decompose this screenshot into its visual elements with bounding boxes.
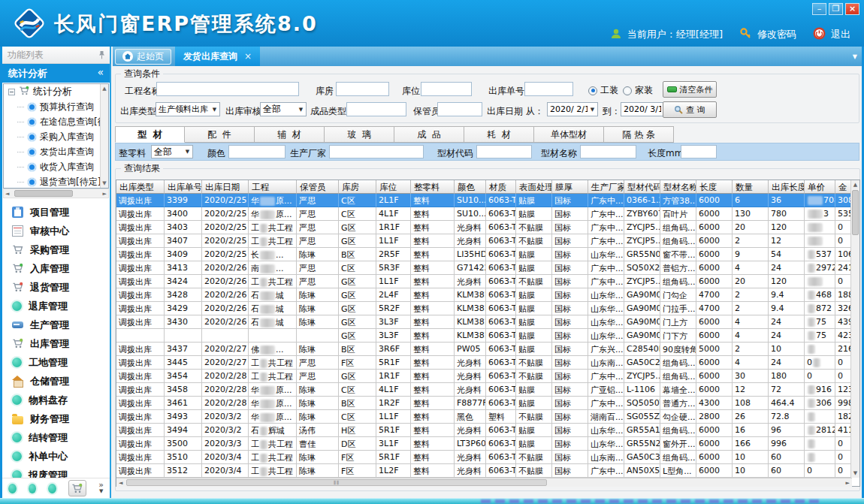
sidebar-item-工地管理[interactable]: 工地管理: [2, 353, 110, 372]
column-header-颜色[interactable]: 颜色: [455, 180, 486, 194]
scroll-right-icon[interactable]: ►: [103, 191, 107, 197]
table-row[interactable]: 调拨出库34032020/2/25工共工程严思G区1R1F整料光身料6063-T…: [116, 221, 859, 234]
sidebar-item-出库管理[interactable]: 出库管理: [2, 334, 110, 353]
close-button[interactable]: ×: [845, 3, 859, 15]
material-tab-4[interactable]: 玻 璃: [325, 126, 394, 143]
radio-home[interactable]: 家装: [623, 84, 653, 97]
sidebar-item-退库管理[interactable]: 退库管理: [2, 297, 110, 315]
date-from-select[interactable]: 2020/ 2/16▼: [547, 102, 598, 116]
table-row[interactable]: 调拨出库33992020/2/25华原...严思C区2L1F整料SU10...6…: [116, 194, 859, 207]
change-password-link[interactable]: 修改密码: [757, 28, 796, 41]
tree-root-node[interactable]: 统计分析: [4, 84, 100, 99]
tree-item[interactable]: 采购入库查询: [4, 129, 100, 144]
column-header-库位[interactable]: 库位: [376, 180, 411, 194]
table-row[interactable]: 调拨出库34092020/2/25长...陈琳B区2R5F整料LI35HD606…: [116, 248, 859, 261]
tab-outbound-query[interactable]: 发货出库查询 ×: [175, 47, 260, 66]
manufacturer-input[interactable]: [329, 145, 424, 158]
material-tab-5[interactable]: 成 品: [394, 126, 464, 143]
tree-item[interactable]: 收货入库查询: [4, 159, 100, 174]
table-row[interactable]: 调拨出库34612020/2/28华原...陈琳B区1R2F整料F8877FT6…: [116, 397, 859, 410]
keeper-input[interactable]: [437, 102, 482, 116]
column-header-工程[interactable]: 工程: [249, 180, 297, 194]
column-header-型材名称[interactable]: 型材名称: [660, 180, 696, 194]
table-row[interactable]: 调拨出库34002020/2/25华原...严思C区4L1F整料SU10...6…: [116, 207, 859, 221]
sidebar-item-审核中心[interactable]: 审核中心: [2, 222, 110, 240]
material-tab-8[interactable]: 隔 热 条: [604, 126, 674, 143]
tree-vertical-scrollbar[interactable]: ▲ ▼: [100, 84, 108, 188]
tab-close-icon[interactable]: ×: [244, 51, 252, 62]
table-row[interactable]: 调拨出库34292020/2/26石城陈琳G区5R2F整料KLM38176063…: [116, 302, 859, 315]
scroll-left-icon[interactable]: ◄: [5, 191, 9, 197]
column-header-出库长度[interactable]: 出库长度: [769, 180, 805, 194]
sidebar-item-财务管理[interactable]: 财务管理: [2, 409, 110, 428]
scroll-down-icon[interactable]: ▼: [851, 470, 859, 476]
column-header-出库类型[interactable]: 出库类型: [116, 180, 165, 194]
tree-horizontal-scrollbar[interactable]: ◄ ►: [3, 189, 109, 198]
column-header-单价[interactable]: 单价: [805, 180, 835, 194]
tree-item[interactable]: 退货查询[待定]: [4, 174, 100, 188]
column-header-生产厂家[interactable]: 生产厂家: [588, 180, 624, 194]
scrollbar-thumb[interactable]: [852, 190, 859, 235]
sidebar-item-入库管理[interactable]: 入库管理: [2, 259, 110, 278]
column-header-金[interactable]: 金: [835, 180, 852, 194]
sidebar-item-物料盘存[interactable]: 物料盘存: [2, 391, 110, 409]
table-row[interactable]: 调拨出库34302020/2/26石城陈琳G区3L3F整料KLM38176063…: [116, 315, 859, 329]
grid-vertical-scrollbar[interactable]: ▲ ▼: [850, 180, 859, 478]
table-row[interactable]: 调拨出库34282020/2/26石城陈琳G区2L4F整料KLM38176063…: [116, 288, 859, 302]
maximize-button[interactable]: ❐: [829, 3, 843, 15]
material-tab-1[interactable]: 型 材: [115, 126, 185, 143]
material-tab-7[interactable]: 单体型材: [534, 126, 604, 143]
outbound-type-select[interactable]: 生产领料出库▼: [156, 102, 220, 116]
quick-dot-icon[interactable]: [29, 484, 37, 493]
material-tab-2[interactable]: 配 件: [185, 126, 255, 143]
search-button[interactable]: 查 询: [663, 101, 717, 118]
table-row[interactable]: 调拨出库34372020/2/27佛...陈琳B区3R6F整料PW056063-…: [116, 343, 859, 356]
table-row[interactable]: 调拨出库34942020/3/2石辉城汤伟H区5R1F整料光身料6063-T5贴…: [116, 424, 859, 437]
pin-icon[interactable]: [98, 50, 105, 62]
sidebar-item-报废管理[interactable]: 报废管理: [2, 466, 110, 478]
table-row[interactable]: 调拨出库34132020/2/26南...严思C区5R3F整料G71422606…: [116, 261, 859, 275]
profile-code-input[interactable]: [476, 145, 532, 158]
table-row[interactable]: 调拨出库34072020/2/25工共工程严思G区1L1F整料光身料6063-T…: [116, 234, 859, 248]
table-row[interactable]: 调拨出库34242020/2/26工共工程严思G区1L1F整料光身料6063-T…: [116, 275, 859, 288]
sidebar-item-采购管理[interactable]: 采购管理: [2, 240, 110, 259]
table-row[interactable]: 调拨出库35122020/3/4工共工程陈琳F区1L2F整料光身料6063-T5…: [116, 464, 859, 478]
grid-horizontal-scrollbar[interactable]: ◄ ⦀⦀ ►: [116, 478, 852, 487]
scroll-up-icon[interactable]: ▲: [851, 182, 859, 188]
audit-select[interactable]: 全部▼: [260, 102, 307, 116]
quick-dot-icon[interactable]: [48, 484, 56, 493]
sidebar-item-补单中心[interactable]: 补单中心: [2, 447, 110, 466]
column-header-膜厚[interactable]: 膜厚: [552, 180, 588, 194]
scroll-up-icon[interactable]: ▲: [101, 86, 108, 92]
overflow-chevron[interactable]: »▼: [98, 481, 104, 495]
warehouse-input[interactable]: [336, 82, 389, 96]
table-row[interactable]: 调拨出库35102020/3/4工共工程陈琳F区5R1F整料光身料6063-T5…: [116, 451, 859, 464]
material-tab-3[interactable]: 辅 材: [255, 126, 325, 143]
column-header-出库单号[interactable]: 出库单号: [165, 180, 202, 194]
column-header-数量[interactable]: 数量: [733, 180, 769, 194]
column-header-保管员[interactable]: 保管员: [297, 180, 339, 194]
column-header-出库日期[interactable]: 出库日期: [202, 180, 249, 194]
location-input[interactable]: [421, 82, 472, 96]
material-tab-6[interactable]: 耗 材: [464, 126, 534, 143]
product-type-input[interactable]: [346, 102, 406, 116]
tree-item[interactable]: 预算执行查询: [4, 99, 100, 114]
scrollbar-thumb[interactable]: ⦀⦀: [126, 479, 547, 486]
whole-part-select[interactable]: 全部▼: [151, 145, 193, 158]
column-header-材质[interactable]: 材质: [486, 180, 516, 194]
sidebar-item-退货管理[interactable]: 退货管理: [2, 278, 110, 297]
collapse-icon[interactable]: «: [97, 66, 104, 78]
minimize-button[interactable]: –: [812, 3, 826, 15]
profile-name-input[interactable]: [580, 145, 636, 158]
radio-industrial[interactable]: 工装: [588, 84, 618, 97]
tree-item[interactable]: 在途信息查询[待: [4, 114, 100, 129]
scroll-right-icon[interactable]: ►: [846, 480, 850, 486]
table-row[interactable]: 调拨出库35002020/3/3工共工程曹佳D区3L1F整料LT3P606063…: [116, 437, 859, 451]
tree-item[interactable]: 发货出库查询: [4, 144, 100, 159]
column-header-整零料[interactable]: 整零料: [411, 180, 455, 194]
column-header-表面处理[interactable]: 表面处理: [516, 180, 552, 194]
sidebar-item-结转管理[interactable]: 结转管理: [2, 428, 110, 447]
cart-quick-button[interactable]: [68, 480, 87, 496]
table-row[interactable]: 调拨出库34452020/2/27工共工程严思F区5R1F整料光身料6063-T…: [116, 356, 859, 370]
quick-dot-icon[interactable]: [8, 484, 17, 493]
